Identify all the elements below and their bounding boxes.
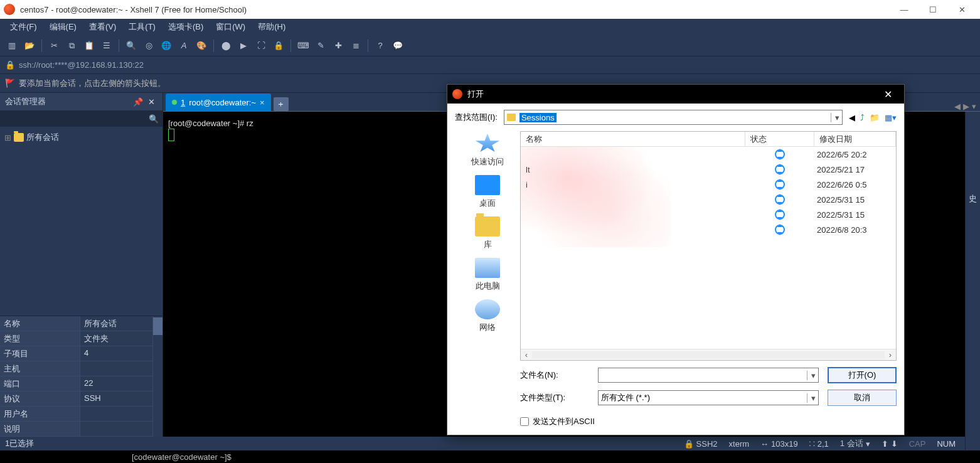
globe-icon[interactable]: 🌐 [158,38,174,54]
tab-add-button[interactable]: ＋ [274,97,289,111]
session-manager-pane: 会话管理器 📌 ✕ 🔍 ⊞ 所有会话 名称所有会话类型文件夹子项目4主机端口22… [0,93,163,437]
menu-bar: 文件(F) 编辑(E) 查看(V) 工具(T) 选项卡(B) 窗口(W) 帮助(… [0,19,980,35]
filetype-combo[interactable]: 所有文件 (*.*) ▾ [598,390,819,405]
menu-file[interactable]: 文件(F) [4,19,43,35]
close-button[interactable]: ✕ [947,0,976,19]
nav-up-icon[interactable]: ⤴ [860,113,865,122]
property-value: SSH [80,391,152,406]
file-list[interactable]: 名称 状态 修改日期 2022/6/5 20:2lt2022/5/21 17i2… [520,131,897,361]
redaction-smudge [521,147,671,247]
tree-expand-icon[interactable]: ⊞ [4,133,11,142]
col-name[interactable]: 名称 [521,132,745,146]
cut-icon[interactable]: ✂ [46,38,62,54]
menu-window[interactable]: 窗口(W) [210,19,252,35]
history-tab-stub[interactable]: 史 [965,112,980,450]
nav-views-icon[interactable]: ▦▾ [885,113,897,122]
highlight-icon[interactable]: ✎ [312,38,329,54]
lookin-combo[interactable]: Sessions ▾ [504,110,843,125]
lock-icon[interactable]: 🔒 [270,38,287,54]
dialog-titlebar[interactable]: 打开 ✕ [447,85,904,104]
scroll-right-icon[interactable]: › [885,350,896,359]
stack-icon[interactable]: ☰ [99,38,115,54]
search-icon[interactable]: 🔍 [123,38,139,54]
status-bar: 1已选择 🔒SSH2 xterm ↔ 103x19 ⸬ 2,1 1 会话 ▾ ⬆… [0,437,980,450]
file-list-hscroll[interactable]: ‹ › [521,349,896,360]
place-quick[interactable]: 快速访问 [455,134,520,168]
add-icon[interactable]: ✚ [330,38,346,54]
file-state [745,179,814,189]
copy-icon[interactable]: ⧉ [63,38,80,54]
chevron-down-icon[interactable]: ▾ [807,393,816,403]
property-row: 用户名 [0,407,152,422]
fullscreen-icon[interactable]: ⛶ [253,38,269,54]
library-icon [475,216,500,237]
cancel-button[interactable]: 取消 [828,390,897,406]
filename-combo[interactable]: ▾ [598,368,819,383]
place-library[interactable]: 库 [455,216,520,250]
folder-icon [14,133,24,142]
open-button[interactable]: 打开(O) [828,367,897,383]
menu-view[interactable]: 查看(V) [83,19,122,35]
place-network[interactable]: 网络 [455,299,520,333]
search-icon[interactable]: 🔍 [149,114,159,124]
tab-nav-right-icon[interactable]: ▶ [963,102,969,111]
tab-session-1[interactable]: 1 root@codewater:~ × [166,93,271,111]
play-icon[interactable]: ▶ [235,38,252,54]
color-icon[interactable]: 🎨 [193,38,210,54]
file-list-header[interactable]: 名称 状态 修改日期 [521,132,896,147]
place-desktop[interactable]: 桌面 [455,175,520,209]
minimize-button[interactable]: — [890,0,919,19]
address-bar[interactable]: 🔒 ssh://root:****@192.168.91.130:22 [0,56,980,74]
place-pc[interactable]: 此电脑 [455,258,520,292]
nav-back-icon[interactable]: ◀ [849,113,855,122]
target-icon[interactable]: ◎ [141,38,157,54]
chevron-down-icon[interactable]: ▾ [831,113,839,122]
nav-newfolder-icon[interactable]: 📁 [870,113,880,122]
menu-edit[interactable]: 编辑(E) [43,19,83,35]
col-state[interactable]: 状态 [745,132,814,146]
property-key: 端口 [0,376,80,391]
menu-tools[interactable]: 工具(T) [122,19,162,35]
tab-nav-left-icon[interactable]: ◀ [954,102,961,111]
pane-close-icon[interactable]: ✕ [146,97,157,107]
menu-tabs[interactable]: 选项卡(B) [162,19,210,35]
terminal-command: rz [247,119,253,128]
status-num: NUM [937,439,956,449]
list-icon[interactable]: ≣ [348,38,364,54]
properties-grid: 名称所有会话类型文件夹子项目4主机端口22协议SSH用户名说明 [0,316,162,437]
status-down-icon[interactable]: ⬇ [891,439,898,449]
properties-scrollbar[interactable] [152,316,162,437]
session-tree[interactable]: ⊞ 所有会话 [0,127,162,316]
tab-nav-menu-icon[interactable]: ▾ [972,102,976,111]
dialog-close-button[interactable]: ✕ [876,88,899,100]
record-icon[interactable]: ⬤ [218,38,234,54]
status-up-icon[interactable]: ⬆ [881,439,888,449]
session-manager-title: 会话管理器 [5,96,46,107]
session-search-input[interactable] [4,114,149,124]
scroll-left-icon[interactable]: ‹ [521,350,532,359]
lookin-value: Sessions [519,113,557,122]
col-date[interactable]: 修改日期 [814,132,896,146]
window-title: centos7 - root@codewater:~ - Xshell 7 (F… [20,5,890,14]
font-icon[interactable]: A [176,38,192,54]
file-state [745,225,814,235]
maximize-button[interactable]: ☐ [919,0,947,19]
lookin-label: 查找范围(I): [455,112,498,123]
chevron-down-icon[interactable]: ▾ [807,371,816,380]
ascii-checkbox[interactable] [520,417,529,426]
keyboard-icon[interactable]: ⌨ [295,38,311,54]
property-value: 22 [80,376,152,391]
help-icon[interactable]: ? [372,38,388,54]
pin-icon[interactable]: 📌 [130,97,146,107]
menu-help[interactable]: 帮助(H) [252,19,292,35]
tab-close-icon[interactable]: × [260,98,265,107]
property-key: 子项目 [0,346,80,361]
desktop-icon [475,175,500,195]
tree-root-row[interactable]: ⊞ 所有会话 [3,130,160,144]
file-date: 2022/5/21 17 [814,165,896,174]
chat-icon[interactable]: 💬 [390,38,406,54]
new-session-icon[interactable]: ▥ [4,38,20,54]
open-session-icon[interactable]: 📂 [21,38,38,54]
paste-icon[interactable]: 📋 [81,38,97,54]
file-state [745,194,814,205]
